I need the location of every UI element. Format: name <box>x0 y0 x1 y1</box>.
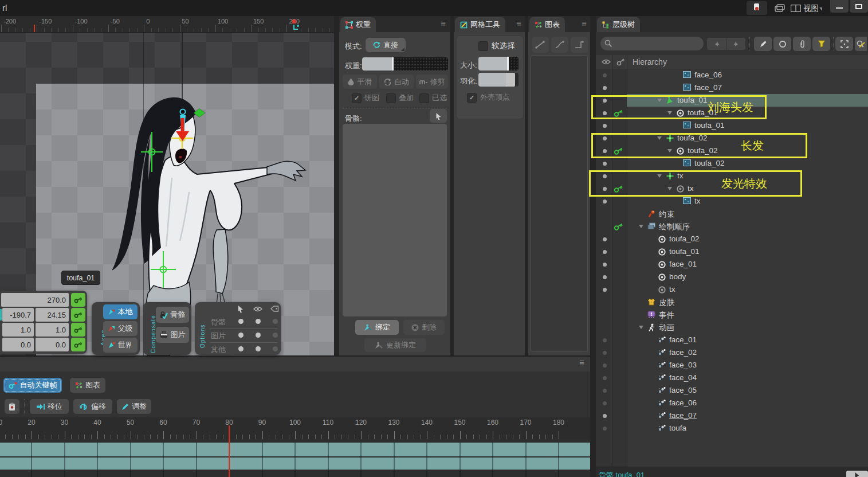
size-slider[interactable] <box>478 57 519 71</box>
tree-row-事件[interactable]: 事件 <box>596 308 868 321</box>
soft-select-checkbox[interactable]: 软选择 <box>478 41 515 51</box>
graph-menu-icon[interactable]: ≡ <box>582 21 587 26</box>
visibility-dot[interactable] <box>603 376 607 380</box>
hull-vertices-checkbox[interactable]: 外壳顶点 <box>467 92 510 103</box>
visibility-dot[interactable] <box>603 162 607 166</box>
bone-pick-button[interactable] <box>430 109 447 123</box>
tree-row-tx[interactable]: tx <box>596 283 868 296</box>
panel-gap[interactable] <box>334 16 339 355</box>
visibility-dot[interactable] <box>603 237 607 241</box>
translate-y-field[interactable]: 24.15 <box>36 308 69 322</box>
app-thumbnail-button[interactable] <box>747 1 767 15</box>
visibility-dot[interactable] <box>603 288 607 292</box>
adjust-button[interactable]: 调整 <box>117 399 151 414</box>
timeline-menu-icon[interactable]: ≡ <box>579 359 584 365</box>
tree-row-body[interactable]: body <box>596 271 868 283</box>
auto-button[interactable]: 自动 <box>379 75 414 89</box>
bones-list[interactable] <box>343 124 447 316</box>
dopesheet[interactable] <box>0 439 590 477</box>
smooth-button[interactable]: 平滑 <box>343 75 377 89</box>
options-label-bones-dot[interactable] <box>273 319 278 324</box>
visibility-dot[interactable] <box>603 414 607 418</box>
axes-world-button[interactable]: 世界 <box>103 338 138 353</box>
panel-gap[interactable] <box>590 16 596 477</box>
tree-row-toufa_02[interactable]: toufa_02 <box>596 233 868 245</box>
rotation-field[interactable]: 270.0 <box>1 293 69 307</box>
visibility-dot[interactable] <box>603 338 607 342</box>
offset-button[interactable]: 偏移 <box>73 399 112 414</box>
curve-bezier-button[interactable] <box>551 37 568 53</box>
tree-footer-button[interactable] <box>846 471 868 477</box>
options-view-bones-dot[interactable] <box>256 319 261 324</box>
feather-slider[interactable] <box>478 73 519 87</box>
translate-x-field[interactable]: -190.7 <box>2 308 34 322</box>
visibility-dot[interactable] <box>603 401 607 405</box>
clipboard-button[interactable] <box>5 399 19 414</box>
tree-row-face_06[interactable]: face_06 <box>596 397 868 409</box>
tree-row-toufa_02[interactable]: toufa_02 <box>596 157 868 170</box>
view-menu[interactable]: 视图 <box>803 3 819 14</box>
options-select-images-dot[interactable] <box>238 333 243 338</box>
tree-row-动画[interactable]: 动画 <box>596 321 868 334</box>
key-translate-button[interactable] <box>71 308 85 322</box>
prune-button[interactable]: 修剪 <box>416 75 448 89</box>
frame-ruler[interactable]: 1020304050607080901001101201301401501601… <box>0 417 590 439</box>
tree-row-皮肤[interactable]: 皮肤 <box>596 296 868 308</box>
visibility-dot[interactable] <box>603 263 607 267</box>
visibility-dot[interactable] <box>603 250 607 254</box>
tree-row-face_03[interactable]: face_03 <box>596 359 868 372</box>
axes-local-button[interactable]: 本地 <box>103 304 138 319</box>
selected-checkbox[interactable]: 已选 <box>419 93 447 103</box>
tree-row-toufa_01[interactable]: toufa_01 <box>596 245 868 258</box>
tab-mesh-tools[interactable]: 网格工具 <box>455 17 505 32</box>
options-label-images-dot[interactable] <box>273 333 278 338</box>
key-scale-button[interactable] <box>71 323 85 337</box>
tree-row-face_01[interactable]: face_01 <box>596 334 868 346</box>
options-view-images-dot[interactable] <box>256 333 261 338</box>
weights-menu-icon[interactable]: ≡ <box>441 21 446 26</box>
tree-row-tx[interactable]: tx <box>596 195 868 208</box>
axes-parent-button[interactable]: 父级 <box>103 321 138 336</box>
maximize-button[interactable] <box>850 0 868 13</box>
tree-row-face_07[interactable]: face_07 <box>596 81 868 94</box>
tree-row-face_04[interactable]: face_04 <box>596 372 868 384</box>
scale-y-field[interactable]: 1.0 <box>36 323 69 337</box>
options-label-other-dot[interactable] <box>273 346 278 351</box>
overlay-checkbox[interactable]: 叠加 <box>386 93 414 103</box>
timeline-graph-button[interactable]: 图表 <box>70 378 105 393</box>
tree-row-face_06[interactable]: face_06 <box>596 69 868 81</box>
options-select-other-dot[interactable] <box>238 346 243 351</box>
mesh-menu-icon[interactable]: ≡ <box>516 21 521 26</box>
mode-dropdown[interactable]: 直接 <box>366 38 406 52</box>
viewport-ruler[interactable]: -200-150-100-50050100150200 <box>0 16 334 33</box>
visibility-dot[interactable] <box>603 427 607 431</box>
panel-gap[interactable] <box>450 16 454 355</box>
tree-row-face_07[interactable]: face_07 <box>596 409 868 422</box>
scale-x-field[interactable]: 1.0 <box>2 323 34 337</box>
curve-stepped-button[interactable] <box>571 37 588 53</box>
shear-x-field[interactable]: 0.0 <box>2 338 34 351</box>
compensate-bones-button[interactable]: 骨骼 <box>156 307 189 323</box>
tree-row-face_01[interactable]: face_01 <box>596 258 868 271</box>
panel-gap[interactable] <box>525 16 528 355</box>
tab-graph[interactable]: 图表 <box>529 17 565 32</box>
visibility-dot[interactable] <box>603 73 607 77</box>
expander-arrow-icon[interactable] <box>639 225 643 228</box>
tree-row-toufa[interactable]: toufa <box>596 422 868 435</box>
visibility-dot[interactable] <box>603 124 607 128</box>
tab-weights[interactable]: 权重 <box>340 17 376 32</box>
tree-row-face_05[interactable]: face_05 <box>596 384 868 397</box>
autokey-button[interactable]: 自动关键帧 <box>3 378 62 393</box>
graph-canvas[interactable] <box>531 55 588 352</box>
bind-button[interactable]: 绑定 <box>355 320 399 335</box>
curve-linear-button[interactable] <box>532 37 549 53</box>
tree-row-face_02[interactable]: face_02 <box>596 346 868 359</box>
compensate-images-button[interactable]: 图片 <box>156 327 189 343</box>
key-icon[interactable] <box>614 223 624 230</box>
pie-checkbox[interactable]: 饼图 <box>352 93 379 103</box>
update-bind-button[interactable]: 更新绑定 <box>364 338 426 352</box>
visibility-dot[interactable] <box>603 275 607 279</box>
visibility-dot[interactable] <box>603 363 607 367</box>
visibility-dot[interactable] <box>603 200 607 204</box>
stack-icon[interactable] <box>775 4 785 12</box>
